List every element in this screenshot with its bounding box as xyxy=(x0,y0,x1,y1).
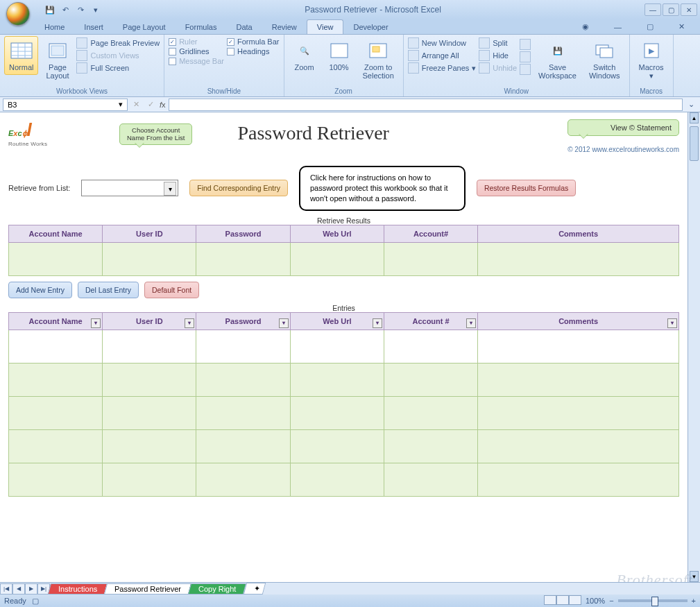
formula-bar-checkbox[interactable]: ✓Formula Bar xyxy=(227,37,280,46)
entries-row[interactable] xyxy=(9,396,679,429)
tab-formulas[interactable]: Formulas xyxy=(176,20,227,34)
entries-header-userid[interactable]: User ID▾ xyxy=(103,312,196,330)
page-layout-button[interactable]: Page Layout xyxy=(41,36,74,83)
instructions-box[interactable]: Click here for instructions on how to pa… xyxy=(299,166,466,211)
tab-insert[interactable]: Insert xyxy=(74,20,113,34)
freeze-panes-button[interactable]: Freeze Panes▾ xyxy=(408,62,476,74)
close-workbook-icon[interactable]: ✕ xyxy=(669,19,694,34)
qat-dropdown-icon[interactable]: ▾ xyxy=(90,4,101,15)
find-entry-button[interactable]: Find Corresponding Entry xyxy=(189,180,288,196)
zoom-100-button[interactable]: 100% xyxy=(323,36,355,75)
save-workspace-button[interactable]: 💾Save Workspace xyxy=(533,36,581,83)
entries-header-accountnum[interactable]: Account #▾ xyxy=(384,312,477,330)
sync-scroll-button[interactable] xyxy=(520,51,531,62)
minimize-ribbon-icon[interactable]: — xyxy=(604,20,631,34)
tab-home[interactable]: Home xyxy=(35,20,74,34)
chevron-down-icon[interactable]: ▾ xyxy=(119,100,123,109)
close-button[interactable]: ✕ xyxy=(681,3,697,16)
restore-icon[interactable]: ▢ xyxy=(637,19,663,34)
custom-views-button[interactable]: Custom Views xyxy=(76,50,160,61)
filter-icon[interactable]: ▾ xyxy=(279,318,289,328)
sheet-tab-retriever[interactable]: Password Retriever xyxy=(104,583,191,595)
minimize-button[interactable]: — xyxy=(644,3,661,16)
maximize-button[interactable]: ▢ xyxy=(663,3,679,16)
retrieve-combobox[interactable] xyxy=(81,180,178,196)
new-window-button[interactable]: New Window xyxy=(408,37,476,49)
page-break-preview-button[interactable]: Page Break Preview xyxy=(76,37,160,49)
name-box[interactable]: B3▾ xyxy=(3,99,128,111)
scroll-up-icon[interactable]: ▲ xyxy=(690,112,699,123)
choose-account-callout: Choose Account Name From the List xyxy=(119,123,192,145)
status-bar: Ready ▢ 100% − + xyxy=(0,595,700,607)
headings-checkbox[interactable]: Headings xyxy=(227,47,280,55)
results-header-comments: Comments xyxy=(478,225,679,242)
zoom-in-icon[interactable]: + xyxy=(692,597,696,605)
fx-icon[interactable]: fx xyxy=(160,101,166,109)
entries-header-weburl[interactable]: Web Url▾ xyxy=(290,312,384,330)
filter-icon[interactable]: ▾ xyxy=(667,318,677,328)
restore-formulas-button[interactable]: Restore Results Formulas xyxy=(477,180,576,196)
normal-view-button[interactable]: Normal xyxy=(4,36,38,75)
formula-input[interactable] xyxy=(169,99,683,111)
ruler-checkbox[interactable]: ✓Ruler xyxy=(169,37,224,46)
scroll-thumb[interactable] xyxy=(690,126,699,161)
add-new-entry-button[interactable]: Add New Entry xyxy=(8,282,72,298)
filter-icon[interactable]: ▾ xyxy=(373,318,382,328)
full-screen-button[interactable]: Full Screen xyxy=(76,62,160,74)
tab-nav-first-icon[interactable]: |◀ xyxy=(0,583,12,595)
help-icon[interactable]: ◉ xyxy=(572,19,599,34)
ribbon-tabs: Home Insert Page Layout Formulas Data Re… xyxy=(0,19,700,35)
entries-row[interactable] xyxy=(9,363,679,396)
zoom-button[interactable]: 🔍Zoom xyxy=(289,36,321,75)
filter-icon[interactable]: ▾ xyxy=(466,318,476,328)
vertical-scrollbar[interactable]: ▲ ▼ xyxy=(688,112,700,582)
switch-windows-button[interactable]: Switch Windows xyxy=(584,36,625,83)
undo-icon[interactable]: ↶ xyxy=(60,4,71,15)
chevron-down-icon: ▾ xyxy=(472,64,476,73)
macros-button[interactable]: ▶Macros▾ xyxy=(634,36,669,83)
entries-row[interactable] xyxy=(9,463,679,496)
entries-header-account[interactable]: Account Name▾ xyxy=(9,312,103,330)
default-font-button[interactable]: Default Font xyxy=(144,282,199,298)
sheet-tab-copyright[interactable]: Copy Right xyxy=(188,583,247,595)
zoom-level[interactable]: 100% xyxy=(586,597,605,605)
save-icon[interactable]: 💾 xyxy=(44,4,56,15)
sheet-tab-new[interactable]: ✦ xyxy=(243,583,266,595)
gridlines-checkbox[interactable]: Gridlines xyxy=(169,47,224,55)
tab-nav-next-icon[interactable]: ▶ xyxy=(25,583,37,595)
redo-icon[interactable]: ↷ xyxy=(75,4,86,15)
entries-header-comments[interactable]: Comments▾ xyxy=(478,312,679,330)
unhide-button[interactable]: Unhide xyxy=(479,62,517,74)
office-button[interactable] xyxy=(0,0,31,19)
enter-formula-icon[interactable]: ✓ xyxy=(145,100,157,109)
tab-data[interactable]: Data xyxy=(226,20,262,34)
reset-window-button[interactable] xyxy=(520,64,531,75)
tab-review[interactable]: Review xyxy=(262,20,307,34)
split-button[interactable]: Split xyxy=(479,37,517,49)
filter-icon[interactable]: ▾ xyxy=(185,318,194,328)
arrange-all-button[interactable]: Arrange All xyxy=(408,50,476,61)
del-last-entry-button[interactable]: Del Last Entry xyxy=(78,282,139,298)
filter-icon[interactable]: ▾ xyxy=(91,318,101,328)
view-side-by-side-button[interactable] xyxy=(520,39,531,50)
tab-developer[interactable]: Developer xyxy=(343,20,398,34)
zoom-selection-button[interactable]: Zoom to Selection xyxy=(358,36,399,83)
scroll-down-icon[interactable]: ▼ xyxy=(690,571,699,582)
expand-formula-icon[interactable]: ⌄ xyxy=(685,100,697,109)
results-row[interactable] xyxy=(9,242,679,275)
zoom-slider[interactable] xyxy=(618,599,688,602)
sheet-tab-instructions[interactable]: Instructions xyxy=(48,583,108,595)
view-copyright-button[interactable]: View © Statement xyxy=(567,119,679,136)
tab-view[interactable]: View xyxy=(307,19,344,34)
tab-page-layout[interactable]: Page Layout xyxy=(113,20,176,34)
macro-record-icon[interactable]: ▢ xyxy=(32,597,39,606)
entries-row[interactable] xyxy=(9,429,679,463)
cancel-formula-icon[interactable]: ✕ xyxy=(130,100,142,109)
entries-row[interactable] xyxy=(9,330,679,363)
tab-nav-prev-icon[interactable]: ◀ xyxy=(12,583,25,595)
zoom-out-icon[interactable]: − xyxy=(609,597,613,605)
view-buttons[interactable] xyxy=(544,595,581,606)
message-bar-checkbox[interactable]: Message Bar xyxy=(169,57,224,65)
hide-button[interactable]: Hide xyxy=(479,50,517,61)
entries-header-password[interactable]: Password▾ xyxy=(196,312,290,330)
